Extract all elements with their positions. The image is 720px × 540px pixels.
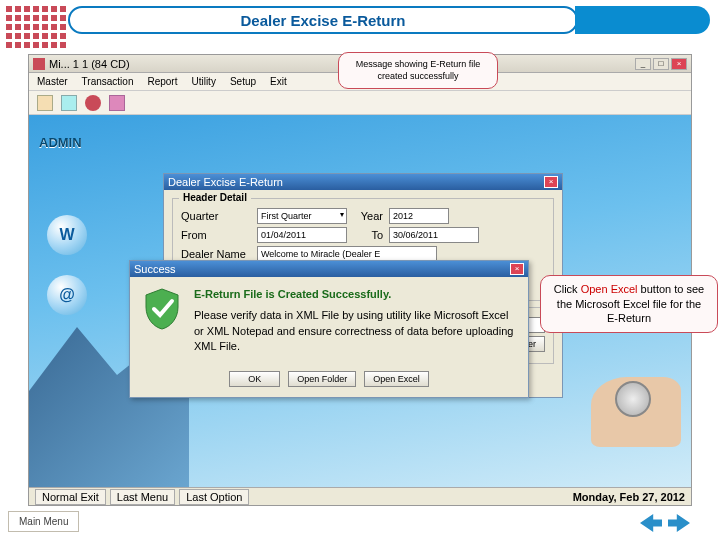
open-excel-button[interactable]: Open Excel [364,371,429,387]
from-label: From [181,229,251,241]
decorative-dots [6,6,66,48]
new-icon[interactable] [37,95,53,111]
year-field[interactable]: 2012 [389,208,449,224]
toolbar [29,91,691,115]
menu-master[interactable]: Master [37,76,68,87]
dealer-label: Dealer Name [181,248,251,260]
dialog-titlebar: Success × [130,261,528,277]
menu-utility[interactable]: Utility [191,76,215,87]
menu-exit[interactable]: Exit [270,76,287,87]
admin-label: ADMIN [39,135,129,161]
menu-transaction[interactable]: Transaction [82,76,134,87]
maximize-button[interactable]: □ [653,58,669,70]
menu-report[interactable]: Report [147,76,177,87]
page-title: Dealer Excise E-Return [68,6,578,34]
money-icon[interactable] [85,95,101,111]
form-close-button[interactable]: × [544,176,558,188]
to-field[interactable]: 30/06/2011 [389,227,479,243]
calc-icon[interactable] [61,95,77,111]
status-bar: Normal Exit Last Menu Last Option Monday… [29,487,691,505]
status-last-option[interactable]: Last Option [179,489,249,505]
callout-open-excel: Click Open Excel button to see the Micro… [540,275,718,333]
status-normal-exit[interactable]: Normal Exit [35,489,106,505]
status-date: Monday, Feb 27, 2012 [573,491,685,503]
from-field[interactable]: 01/04/2011 [257,227,347,243]
app-icon [33,58,45,70]
word-icon[interactable]: W [47,215,87,255]
at-icon[interactable]: @ [47,275,87,315]
callout-message-info: Message showing E-Return file created su… [338,52,498,89]
dialog-open-folder-button[interactable]: Open Folder [288,371,356,387]
nav-arrows [640,514,690,532]
main-menu-button[interactable]: Main Menu [8,511,79,532]
status-last-menu[interactable]: Last Menu [110,489,175,505]
quarter-label: Quarter [181,210,251,222]
minimize-button[interactable]: _ [635,58,651,70]
menu-setup[interactable]: Setup [230,76,256,87]
dialog-close-button[interactable]: × [510,263,524,275]
success-shield-icon [140,287,184,331]
close-button[interactable]: × [671,58,687,70]
success-dialog: Success × E-Return File is Created Succe… [129,260,529,398]
hand-key-image [541,347,691,487]
form-titlebar: Dealer Excise E-Return × [164,174,562,190]
success-headline: E-Return File is Created Successfully. [194,287,518,302]
to-label: To [353,229,383,241]
window-title-text: Mi... 1 1 (84 CD) [49,58,130,70]
year-label: Year [353,210,383,222]
quarter-select[interactable]: First Quarter [257,208,347,224]
next-arrow-icon[interactable] [668,514,690,532]
title-decor [575,6,710,34]
prev-arrow-icon[interactable] [640,514,662,532]
success-detail: Please verify data in XML File by using … [194,308,518,354]
exit-icon[interactable] [109,95,125,111]
ok-button[interactable]: OK [229,371,280,387]
